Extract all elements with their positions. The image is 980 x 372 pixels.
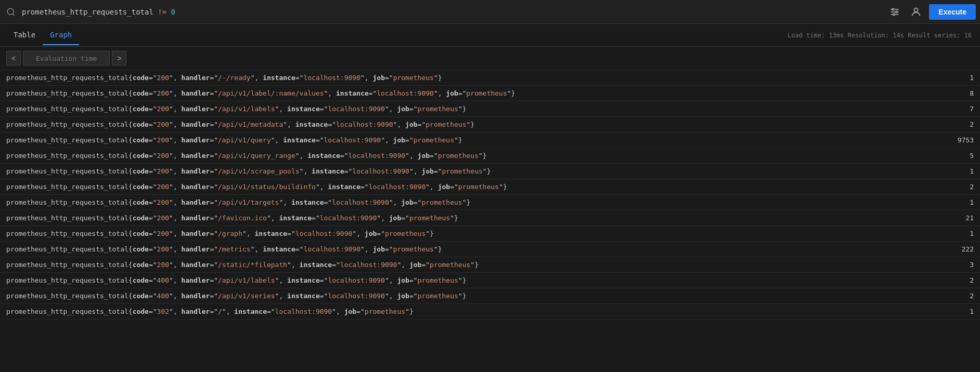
eval-prev-button[interactable]: < [6, 51, 21, 65]
row-metric: prometheus_http_requests_total{code="200… [6, 89, 943, 97]
options-button[interactable] [886, 4, 903, 20]
tab-graph[interactable]: Graph [43, 25, 79, 45]
table-row: prometheus_http_requests_total{code="200… [0, 226, 980, 242]
table-row: prometheus_http_requests_total{code="302… [0, 304, 980, 320]
tabs-bar: Table Graph Load time: 13ms Resolution: … [0, 24, 980, 47]
query-val: 0 [171, 8, 175, 16]
row-value: 5 [943, 152, 974, 160]
row-value: 1 [943, 74, 974, 82]
row-metric: prometheus_http_requests_total{code="200… [6, 167, 943, 175]
table-row: prometheus_http_requests_total{code="200… [0, 117, 980, 132]
row-value: 3 [943, 261, 974, 269]
table-row: prometheus_http_requests_total{code="200… [0, 148, 980, 164]
query-metric: prometheus_http_requests_total [22, 8, 158, 16]
table-row: prometheus_http_requests_total{code="200… [0, 179, 980, 195]
row-metric: prometheus_http_requests_total{code="400… [6, 276, 943, 284]
table-row: prometheus_http_requests_total{code="200… [0, 86, 980, 101]
table-row: prometheus_http_requests_total{code="400… [0, 288, 980, 304]
table-row: prometheus_http_requests_total{code="200… [0, 195, 980, 210]
table-row: prometheus_http_requests_total{code="200… [0, 242, 980, 257]
results-table: prometheus_http_requests_total{code="200… [0, 70, 980, 320]
header-actions: Execute [886, 3, 976, 21]
row-metric: prometheus_http_requests_total{code="200… [6, 121, 943, 128]
row-value: 1 [943, 167, 974, 175]
row-value: 2 [943, 121, 974, 128]
row-metric: prometheus_http_requests_total{code="200… [6, 183, 943, 191]
row-value: 2 [943, 292, 974, 300]
row-value: 7 [943, 105, 974, 113]
svg-point-6 [896, 11, 897, 12]
svg-point-7 [893, 14, 895, 15]
table-row: prometheus_http_requests_total{code="400… [0, 273, 980, 288]
table-row: prometheus_http_requests_total{code="200… [0, 132, 980, 148]
user-button[interactable] [907, 3, 925, 21]
tab-table[interactable]: Table [6, 25, 43, 45]
tab-stats: Load time: 13ms Resolution: 14s Result s… [788, 32, 972, 39]
table-row: prometheus_http_requests_total{code="200… [0, 164, 980, 179]
eval-bar: < Evaluation time > [0, 47, 980, 70]
row-metric: prometheus_http_requests_total{code="200… [6, 74, 943, 82]
header: prometheus_http_requests_total != 0 Exec… [0, 0, 980, 24]
table-row: prometheus_http_requests_total{code="200… [0, 210, 980, 226]
row-metric: prometheus_http_requests_total{code="200… [6, 230, 943, 237]
query-display: prometheus_http_requests_total != 0 [22, 8, 882, 16]
row-metric: prometheus_http_requests_total{code="200… [6, 261, 943, 269]
row-metric: prometheus_http_requests_total{code="302… [6, 308, 943, 315]
row-metric: prometheus_http_requests_total{code="200… [6, 245, 943, 253]
row-value: 1 [943, 230, 974, 237]
row-value: 8 [943, 89, 974, 97]
table-row: prometheus_http_requests_total{code="200… [0, 70, 980, 86]
row-metric: prometheus_http_requests_total{code="400… [6, 292, 943, 300]
row-metric: prometheus_http_requests_total{code="200… [6, 152, 943, 160]
table-row: prometheus_http_requests_total{code="200… [0, 101, 980, 117]
row-value: 21 [943, 214, 974, 222]
svg-point-8 [914, 8, 918, 11]
row-value: 9753 [943, 136, 974, 144]
row-value: 1 [943, 308, 974, 315]
query-op: != [158, 8, 166, 16]
row-value: 2 [943, 183, 974, 191]
row-value: 1 [943, 198, 974, 206]
row-metric: prometheus_http_requests_total{code="200… [6, 214, 943, 222]
row-metric: prometheus_http_requests_total{code="200… [6, 198, 943, 206]
row-value: 2 [943, 276, 974, 284]
svg-point-0 [7, 8, 14, 15]
row-metric: prometheus_http_requests_total{code="200… [6, 136, 943, 144]
row-value: 222 [943, 245, 974, 253]
svg-point-5 [892, 8, 894, 10]
eval-time-label: Evaluation time [23, 51, 110, 65]
search-icon [4, 7, 18, 17]
svg-line-1 [12, 14, 14, 15]
row-metric: prometheus_http_requests_total{code="200… [6, 105, 943, 113]
execute-button[interactable]: Execute [929, 4, 976, 20]
eval-next-button[interactable]: > [112, 51, 126, 65]
table-row: prometheus_http_requests_total{code="200… [0, 257, 980, 273]
